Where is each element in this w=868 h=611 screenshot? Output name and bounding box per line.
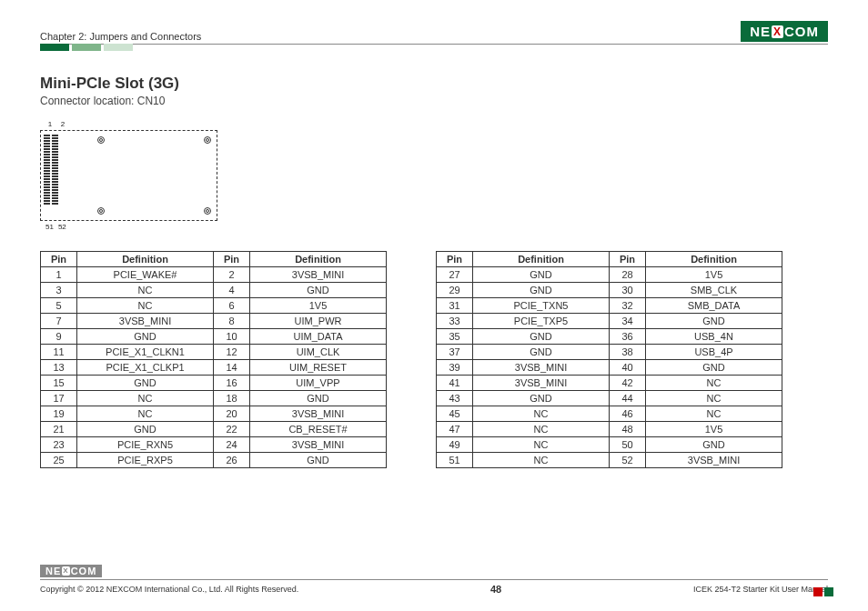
table-row: 15GND16UIM_VPP [41,376,387,391]
table-row: 73VSB_MINI8UIM_PWR [41,314,387,329]
pin-cell: 50 [610,437,646,453]
copyright-text: Copyright © 2012 NEXCOM International Co… [40,585,298,594]
pin-cell: 24 [214,437,250,453]
definition-cell: GND [250,283,387,298]
definition-cell: UIM_PWR [250,314,387,329]
tab-accent-1 [40,44,69,51]
pin-strip-even [52,135,58,216]
pin-cell: 27 [437,267,473,283]
definition-cell: NC [77,406,214,422]
col-pin: Pin [41,252,77,267]
definition-cell: USB_4P [646,345,782,360]
brand-left: NE [750,24,771,39]
definition-cell: NC [77,283,214,298]
pin-cell: 32 [610,298,646,314]
table-row: 37GND38USB_4P [437,345,782,360]
header-tabs [40,44,828,51]
pin-cell: 21 [41,422,77,437]
table-row: 33PCIE_TXP534GND [437,314,782,329]
col-pin: Pin [437,252,473,267]
footer: NEXCOM Copyright © 2012 NEXCOM Internati… [40,565,828,595]
mounting-hole-icon [97,136,105,144]
table-row: 45NC46NC [437,406,782,422]
brand-x-icon: X [772,25,783,38]
pin-cell: 22 [214,422,250,437]
table-header-row: Pin Definition Pin Definition [437,252,782,267]
pin-edge [41,131,61,220]
pin-cell: 11 [41,345,77,360]
pin-cell: 13 [41,360,77,376]
table-row: 413VSB_MINI42NC [437,376,782,391]
col-def: Definition [250,252,387,267]
footer-row: Copyright © 2012 NEXCOM International Co… [40,584,828,595]
table-row: 1PCIE_WAKE#23VSB_MINI [41,267,387,283]
pin-cell: 31 [437,298,473,314]
diagram-wrap: 1 2 51 52 [40,120,217,231]
pin-label-1: 1 [47,120,53,128]
pin-label-52: 52 [58,223,66,231]
definition-cell: PCIE_RXP5 [77,453,214,468]
col-pin: Pin [214,252,250,267]
definition-cell: USB_4N [646,329,782,345]
definition-cell: NC [473,453,610,468]
definition-cell: PCIE_TXN5 [473,298,610,314]
content: Mini-PCIe Slot (3G) Connector location: … [40,75,828,468]
col-def: Definition [646,252,782,267]
pin-cell: 16 [214,376,250,391]
logo-wrap: NEXCOM [741,21,828,42]
pin-cell: 43 [437,391,473,406]
pin-table-right: Pin Definition Pin Definition 27GND281V5… [436,251,782,468]
pin-cell: 17 [41,391,77,406]
pin-cell: 30 [610,283,646,298]
definition-cell: PCIE_X1_CLKN1 [77,345,214,360]
col-def: Definition [77,252,214,267]
col-def: Definition [473,252,610,267]
footer-corner-mark-icon [813,587,823,596]
col-pin: Pin [610,252,646,267]
pin-cell: 33 [437,314,473,329]
pin-cell: 28 [610,267,646,283]
definition-cell: NC [473,422,610,437]
pin-cell: 9 [41,329,77,345]
definition-cell: UIM_CLK [250,345,387,360]
mounting-hole-icon [204,136,211,144]
table-row: 49NC50GND [437,437,782,453]
table-row: 13PCIE_X1_CLKP114UIM_RESET [41,360,387,376]
pin-cell: 3 [41,283,77,298]
pin-cell: 18 [214,391,250,406]
definition-cell: CB_RESET# [250,422,387,437]
definition-cell: PCIE_X1_CLKP1 [77,360,214,376]
pin-cell: 19 [41,406,77,422]
definition-cell: GND [473,267,610,283]
definition-cell: 3VSB_MINI [250,406,387,422]
definition-cell: PCIE_RXN5 [77,437,214,453]
definition-cell: UIM_VPP [250,376,387,391]
brand-right: COM [71,566,97,576]
pin-cell: 5 [41,298,77,314]
table-row: 31PCIE_TXN532SMB_DATA [437,298,782,314]
definition-cell: NC [473,437,610,453]
footer-corner-mark-icon [824,587,833,596]
definition-cell: NC [646,376,782,391]
definition-cell: GND [473,329,610,345]
page: Chapter 2: Jumpers and Connectors NEXCOM… [0,0,868,611]
definition-cell: SMB_DATA [646,298,782,314]
pin-cell: 37 [437,345,473,360]
tab-accent-2 [72,44,101,51]
table-row: 29GND30SMB_CLK [437,283,782,298]
mounting-hole-icon [204,207,211,215]
table-row: 11PCIE_X1_CLKN112UIM_CLK [41,345,387,360]
manual-name: ICEK 254-T2 Starter Kit User Manual [693,585,828,594]
definition-cell: NC [646,391,782,406]
definition-cell: PCIE_TXP5 [473,314,610,329]
brand-logo: NEXCOM [741,21,828,42]
definition-cell: GND [473,345,610,360]
table-row: 3NC4GND [41,283,387,298]
pin-label-51: 51 [45,223,54,231]
pin-cell: 38 [610,345,646,360]
pin-cell: 45 [437,406,473,422]
pin-cell: 49 [437,437,473,453]
pin-cell: 47 [437,422,473,437]
table-row: 393VSB_MINI40GND [437,360,782,376]
pin-cell: 15 [41,376,77,391]
